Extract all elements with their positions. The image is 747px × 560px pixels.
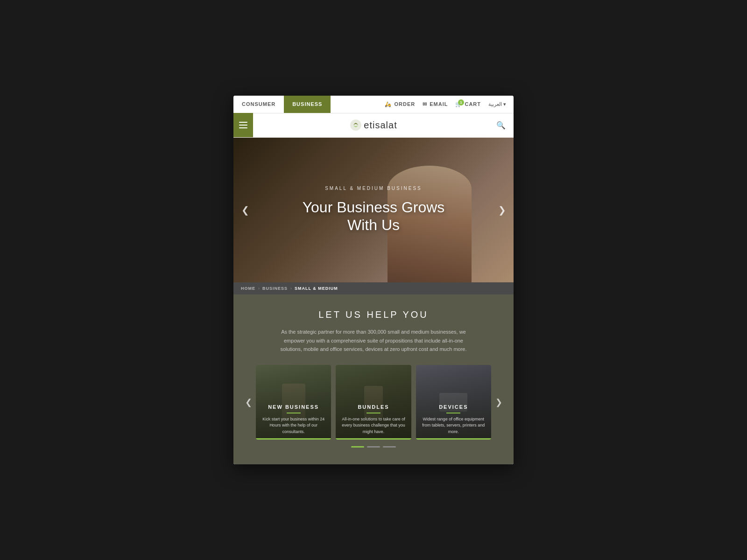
breadcrumb-sep-1: › xyxy=(258,286,260,291)
card-devices[interactable]: DEVICES Widest range of office equipment… xyxy=(416,365,491,440)
etisalat-logo[interactable]: etisalat xyxy=(350,119,397,131)
cart-count: 1 xyxy=(458,99,464,105)
top-nav: CONSUMER BUSINESS 🛵 ORDER ✉ EMAIL 🛒 1 CA… xyxy=(233,96,514,113)
card-bundles-title: BUNDLES xyxy=(340,404,406,410)
breadcrumb-business[interactable]: BUSINESS xyxy=(262,286,288,291)
breadcrumb: HOME › BUSINESS › SMALL & MEDIUM xyxy=(233,282,514,294)
card-new-business-desc: Kick start your business within 24 Hours… xyxy=(261,416,326,435)
card-devices-title: DEVICES xyxy=(421,404,486,410)
card-bundles-content: BUNDLES All-in-one solutions to take car… xyxy=(336,399,411,440)
hero-banner: ❮ SMALL & MEDIUM BUSINESS Your Business … xyxy=(233,138,514,282)
help-title: LET US HELP YOU xyxy=(243,309,504,320)
cart-badge: 🛒 1 xyxy=(455,101,462,107)
logo-text: etisalat xyxy=(364,120,397,131)
language-selector[interactable]: العربية ▾ xyxy=(488,101,506,107)
card-divider xyxy=(287,413,301,413)
cards-prev-arrow[interactable]: ❮ xyxy=(243,394,254,411)
tab-business[interactable]: BUSINESS xyxy=(284,96,331,113)
card-bundles-desc: All-in-one solutions to take care of eve… xyxy=(340,416,406,435)
breadcrumb-home[interactable]: HOME xyxy=(241,286,255,291)
hero-subtitle: SMALL & MEDIUM BUSINESS xyxy=(303,186,445,191)
svg-point-0 xyxy=(350,119,361,131)
email-icon: ✉ xyxy=(423,101,427,107)
cards-wrapper: ❮ NEW BUSINESS Kick start your business … xyxy=(243,365,504,440)
card-bundles[interactable]: BUNDLES All-in-one solutions to take car… xyxy=(336,365,411,440)
hero-prev-arrow[interactable]: ❮ xyxy=(238,201,252,219)
chevron-down-icon: ▾ xyxy=(503,101,506,107)
language-label: العربية xyxy=(488,101,502,107)
order-label: ORDER xyxy=(394,101,415,107)
carousel-dots xyxy=(243,440,504,455)
hamburger-button[interactable] xyxy=(233,113,253,137)
dot-3[interactable] xyxy=(383,446,396,448)
main-header: etisalat 🔍 xyxy=(233,113,514,138)
breadcrumb-current: SMALL & MEDIUM xyxy=(295,286,338,291)
email-nav-item[interactable]: ✉ EMAIL xyxy=(423,101,448,107)
card-devices-desc: Widest range of office equipment from ta… xyxy=(421,416,486,435)
order-nav-item[interactable]: 🛵 ORDER xyxy=(385,101,415,107)
card-devices-content: DEVICES Widest range of office equipment… xyxy=(416,399,491,440)
help-description: As the strategic partner for more than 3… xyxy=(275,328,472,354)
card-divider xyxy=(446,413,460,413)
cards-row: NEW BUSINESS Kick start your business wi… xyxy=(256,365,491,440)
card-new-business-title: NEW BUSINESS xyxy=(261,404,326,410)
card-new-business[interactable]: NEW BUSINESS Kick start your business wi… xyxy=(256,365,331,440)
card-divider xyxy=(366,413,381,413)
top-nav-left: CONSUMER BUSINESS xyxy=(233,96,331,113)
hero-title: Your Business Grows With Us xyxy=(303,198,445,234)
order-icon: 🛵 xyxy=(385,101,392,107)
hamburger-icon xyxy=(239,122,247,128)
tab-consumer[interactable]: CONSUMER xyxy=(233,96,284,113)
help-section: LET US HELP YOU As the strategic partner… xyxy=(233,294,514,464)
dot-1[interactable] xyxy=(351,446,364,448)
breadcrumb-sep-2: › xyxy=(290,286,292,291)
search-button[interactable]: 🔍 xyxy=(494,118,508,132)
search-icon: 🔍 xyxy=(496,121,506,130)
logo-area: etisalat xyxy=(253,119,494,131)
cart-label: CART xyxy=(465,101,481,107)
hero-title-line2: With Us xyxy=(347,217,400,233)
email-label: EMAIL xyxy=(430,101,448,107)
dot-2[interactable] xyxy=(367,446,380,448)
hero-next-arrow[interactable]: ❯ xyxy=(495,201,509,219)
card-new-business-content: NEW BUSINESS Kick start your business wi… xyxy=(256,399,331,440)
hero-title-line1: Your Business Grows xyxy=(303,199,445,216)
cards-next-arrow[interactable]: ❯ xyxy=(493,394,504,411)
top-nav-right: 🛵 ORDER ✉ EMAIL 🛒 1 CART العربية ▾ xyxy=(385,101,514,107)
cart-nav-item[interactable]: 🛒 1 CART xyxy=(455,101,481,107)
hero-content: SMALL & MEDIUM BUSINESS Your Business Gr… xyxy=(303,186,445,234)
browser-window: CONSUMER BUSINESS 🛵 ORDER ✉ EMAIL 🛒 1 CA… xyxy=(233,96,514,464)
logo-icon xyxy=(350,119,362,131)
